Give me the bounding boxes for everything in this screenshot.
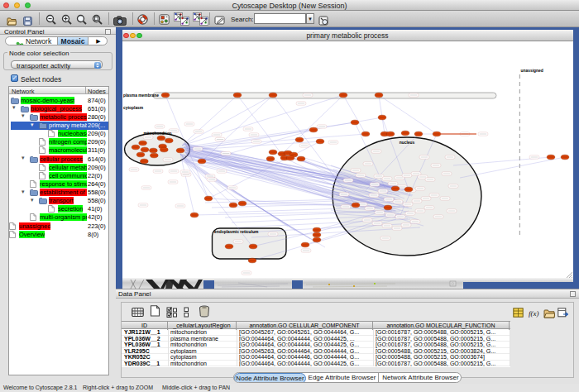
- svg-text:cytoplasm: cytoplasm: [123, 106, 144, 110]
- svg-text:f(x): f(x): [529, 309, 539, 318]
- svg-text:unassigned: unassigned: [520, 69, 543, 73]
- svg-text:nucleus: nucleus: [399, 141, 414, 145]
- svg-text:plasma membrane: plasma membrane: [123, 93, 159, 98]
- svg-text:mitochondrion: mitochondrion: [143, 131, 171, 136]
- svg-text:endoplasmic reticulum: endoplasmic reticulum: [214, 230, 259, 234]
